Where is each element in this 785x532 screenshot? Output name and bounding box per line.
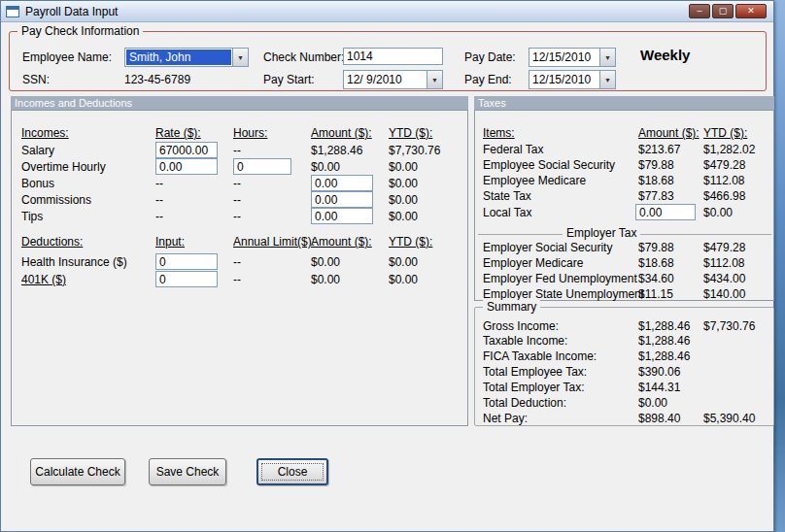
taxes-panel-header: Taxes — [474, 96, 774, 110]
col-amount: Amount ($): — [638, 126, 700, 140]
pay-date-dropdown-button[interactable]: ▼ — [599, 49, 615, 66]
row-ytd: $0.00 — [389, 160, 418, 174]
close-button[interactable]: ✕ — [735, 4, 767, 18]
row-label: Health Insurance ($) — [21, 255, 127, 269]
401k-input[interactable] — [155, 271, 218, 287]
check-number-input[interactable] — [343, 48, 443, 65]
row-amount: $213.67 — [638, 143, 680, 156]
row-label: Bonus — [21, 177, 54, 190]
col-rate: Rate ($): — [155, 126, 201, 140]
employee-name-dropdown-button[interactable]: ▼ — [232, 49, 248, 66]
deduction-columns-row: Deductions: Input: Annual Limit($): Amou… — [12, 235, 467, 250]
row-ytd: $434.00 — [703, 272, 745, 285]
overtime-rate-input[interactable] — [155, 158, 218, 175]
row-amount: $1,288.46 — [638, 319, 690, 333]
incomes-panel: Incomes: Rate ($): Hours: Amount ($): YT… — [11, 110, 468, 426]
calculate-check-button[interactable]: Calculate Check — [30, 458, 125, 485]
tax-row-employer-fed-unemp: Employer Fed Unemployment $34.60 $434.00 — [475, 272, 773, 287]
row-amount: $79.88 — [638, 158, 674, 172]
row-label: Federal Tax — [483, 143, 543, 156]
income-columns-row: Incomes: Rate ($): Hours: Amount ($): YT… — [12, 126, 467, 142]
tax-row-federal: Federal Tax $213.67 $1,282.02 — [475, 143, 773, 158]
tax-row-emp-ss: Employee Social Security $79.88 $479.28 — [475, 158, 773, 174]
chevron-down-icon: ▼ — [237, 54, 244, 61]
row-label: Employer State Unemployment — [483, 287, 644, 301]
tax-row-employer-ss: Employer Social Security $79.88 $479.28 — [475, 241, 773, 256]
pay-end-value: 12/15/2010 — [529, 71, 599, 88]
row-hours: -- — [233, 193, 241, 207]
window-controls: – ▢ ✕ — [689, 4, 768, 18]
row-ytd: $0.00 — [389, 273, 418, 286]
ssn-label: SSN: — [22, 73, 50, 86]
col-amount: Amount ($): — [311, 235, 372, 249]
row-label: Overtime Hourly — [21, 160, 106, 174]
row-label: Total Employer Tax: — [483, 381, 585, 394]
close-check-button[interactable]: Close — [256, 458, 328, 485]
row-label: Local Tax — [483, 206, 531, 219]
col-amount: Amount ($): — [311, 126, 372, 140]
pay-date-picker[interactable]: 12/15/2010 ▼ — [529, 48, 616, 67]
commissions-amount-input[interactable] — [311, 191, 373, 208]
row-label: Salary — [21, 144, 54, 157]
pay-end-picker[interactable]: 12/15/2010 ▼ — [529, 70, 616, 89]
pay-start-picker[interactable]: 12/ 9/2010 ▼ — [343, 70, 443, 89]
summary-row-taxable: Taxable Income: $1,288.46 — [475, 334, 773, 349]
row-ytd: $1,282.02 — [703, 143, 755, 156]
app-icon — [6, 6, 19, 17]
row-label: Net Pay: — [483, 412, 528, 425]
row-amount: $1,288.46 — [311, 144, 362, 157]
row-amount: $0.00 — [638, 396, 667, 410]
row-ytd: $0.00 — [389, 177, 418, 190]
check-number-label: Check Number: — [263, 50, 344, 64]
maximize-button[interactable]: ▢ — [712, 4, 734, 18]
row-amount: $18.68 — [638, 256, 674, 270]
bonus-amount-input[interactable] — [311, 175, 373, 191]
row-amount: $1,288.46 — [638, 334, 690, 348]
row-label: Tips — [21, 210, 43, 223]
employee-name-combo[interactable]: Smith, John ▼ — [124, 48, 249, 67]
income-row-commissions: Commissions -- -- $0.00 — [12, 193, 467, 209]
row-label: Commissions — [21, 193, 91, 207]
row-amount: $390.06 — [638, 365, 680, 379]
deduction-row-health: Health Insurance ($) -- $0.00 $0.00 — [12, 255, 467, 271]
taxes-panel: Items: Amount ($): YTD ($): Federal Tax … — [474, 110, 774, 301]
row-rate: -- — [155, 210, 163, 223]
row-ytd: $5,390.40 — [703, 412, 755, 425]
overtime-hours-input[interactable] — [233, 158, 291, 175]
row-rate: -- — [155, 193, 163, 207]
incomes-panel-header: Incomes and Deductions — [11, 96, 468, 110]
col-deductions: Deductions: — [21, 235, 83, 249]
title-bar[interactable]: Payroll Data Input – ▢ ✕ — [1, 1, 773, 22]
row-ytd: $0.00 — [389, 255, 418, 269]
maximize-icon: ▢ — [719, 7, 728, 16]
pay-start-value: 12/ 9/2010 — [344, 71, 427, 88]
pay-start-dropdown-button[interactable]: ▼ — [427, 71, 442, 88]
local-tax-input[interactable] — [635, 204, 696, 220]
save-check-button[interactable]: Save Check — [149, 458, 226, 485]
summary-row-net-pay: Net Pay: $898.40 $5,390.40 — [475, 412, 773, 427]
row-ytd: $479.28 — [703, 158, 745, 172]
row-amount: $34.60 — [638, 272, 674, 285]
col-hours: Hours: — [233, 126, 267, 140]
col-input: Input: — [155, 235, 185, 249]
health-insurance-input[interactable] — [155, 253, 218, 270]
row-label: Employee Social Security — [483, 158, 615, 172]
tips-amount-input[interactable] — [311, 208, 373, 224]
minimize-button[interactable]: – — [689, 4, 710, 18]
401k-link[interactable]: 401K ($) — [21, 273, 66, 286]
income-row-salary: Salary -- $1,288.46 $7,730.76 — [12, 144, 467, 159]
pay-end-dropdown-button[interactable]: ▼ — [599, 71, 615, 88]
income-row-bonus: Bonus -- -- $0.00 — [12, 177, 467, 192]
row-ytd: $0.00 — [389, 193, 418, 207]
pay-date-label: Pay Date: — [464, 50, 516, 64]
employee-name-value: Smith, John — [126, 50, 231, 65]
row-amount: $1,288.46 — [638, 349, 690, 363]
row-label: FICA Taxable Income: — [483, 349, 597, 363]
tax-row-local: Local Tax $0.00 — [475, 206, 773, 221]
row-label: Employer Fed Unemployment — [483, 272, 637, 285]
tax-row-state: State Tax $77.83 $466.98 — [475, 189, 773, 205]
row-amount: $144.31 — [638, 381, 680, 394]
salary-rate-input[interactable] — [155, 142, 218, 158]
employer-tax-group-title: Employer Tax — [563, 226, 640, 240]
col-ytd: YTD ($): — [703, 126, 747, 140]
